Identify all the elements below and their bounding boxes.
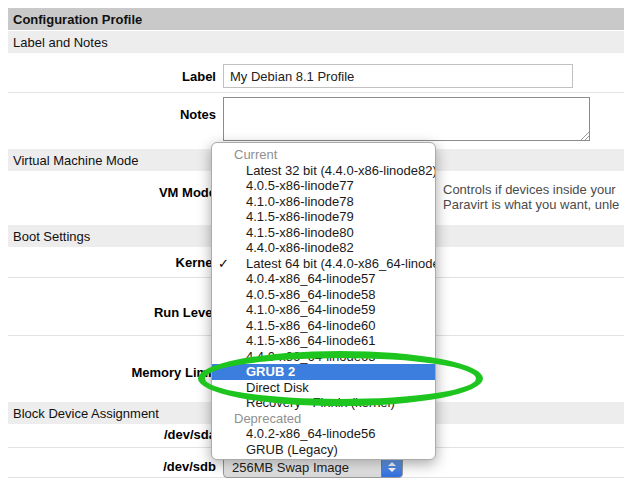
- kernel-option[interactable]: 4.4.0-x86-linode82: [212, 240, 435, 256]
- kernel-option-label: Direct Disk: [246, 380, 309, 395]
- help-line-1: Controls if devices inside your: [443, 183, 624, 198]
- kernel-option-label: 4.1.0-x86_64-linode59: [246, 302, 375, 317]
- kernel-option-label: Current: [234, 147, 277, 162]
- kernel-option-label: 4.0.5-x86-linode77: [246, 178, 354, 193]
- chevron-down-icon: [388, 468, 396, 472]
- kernel-group-label: Deprecated: [212, 411, 435, 427]
- kernel-option[interactable]: 4.0.2-x86_64-linode56: [212, 426, 435, 442]
- configuration-profile-page: Configuration Profile Label and Notes La…: [0, 0, 624, 479]
- chevron-up-icon: [388, 462, 396, 466]
- checkmark-icon: ✓: [218, 256, 242, 272]
- kernel-option[interactable]: 4.0.4-x86_64-linode57: [212, 271, 435, 287]
- sdb-select-value: 256MB Swap Image: [224, 460, 381, 475]
- kernel-option-label: GRUB 2: [246, 364, 295, 379]
- kernel-option-label: 4.1.5-x86_64-linode60: [246, 318, 375, 333]
- kernel-option-label: Latest 64 bit (4.4.0-x86_64-linode63): [246, 256, 436, 271]
- page-title-text: Configuration Profile: [13, 12, 142, 27]
- dev-sda-label: /dev/sda: [8, 427, 216, 442]
- kernel-option[interactable]: GRUB 2: [212, 364, 435, 380]
- notes-textarea[interactable]: [223, 97, 590, 141]
- section-header-text: Boot Settings: [13, 229, 90, 244]
- dev-sdb-label: /dev/sdb: [8, 459, 216, 474]
- kernel-option-label: 4.0.4-x86_64-linode57: [246, 271, 375, 286]
- kernel-option[interactable]: 4.0.5-x86_64-linode58: [212, 287, 435, 303]
- help-line-2: Paravirt is what you want, unle: [443, 198, 624, 213]
- kernel-option-label: GRUB (Legacy): [246, 442, 338, 457]
- run-level-label: Run Level: [8, 305, 216, 320]
- kernel-dropdown-menu: Current Latest 32 bit (4.4.0-x86-linode8…: [211, 142, 436, 460]
- kernel-group-label: Current: [212, 147, 435, 163]
- kernel-option-label: Deprecated: [234, 411, 301, 426]
- kernel-option[interactable]: 4.1.5-x86_64-linode60: [212, 318, 435, 334]
- kernel-option-label: 4.1.5-x86-linode80: [246, 225, 354, 240]
- label-input[interactable]: [223, 64, 573, 88]
- kernel-option[interactable]: 4.1.5-x86-linode80: [212, 225, 435, 241]
- kernel-option-label: 4.4.0-x86_64-linode63: [246, 349, 375, 364]
- kernel-option[interactable]: Recovery - Finnix (kernel): [212, 395, 435, 411]
- section-header-text: Block Device Assignment: [13, 406, 159, 421]
- kernel-option[interactable]: 4.4.0-x86_64-linode63: [212, 349, 435, 365]
- kernel-option[interactable]: ✓ Latest 64 bit (4.4.0-x86_64-linode63): [212, 256, 435, 272]
- vm-mode-label: VM Mode: [8, 185, 216, 200]
- vm-mode-help-text: Controls if devices inside your Paravirt…: [443, 183, 624, 212]
- kernel-option[interactable]: Latest 32 bit (4.4.0-x86-linode82): [212, 163, 435, 179]
- kernel-option[interactable]: 4.0.5-x86-linode77: [212, 178, 435, 194]
- page-title: Configuration Profile: [8, 8, 624, 30]
- notes-field-label: Notes: [8, 107, 216, 122]
- kernel-option-label: 4.1.5-x86-linode79: [246, 209, 354, 224]
- label-field-label: Label: [8, 69, 216, 84]
- section-header-text: Virtual Machine Mode: [13, 153, 139, 168]
- kernel-option[interactable]: 4.1.0-x86_64-linode59: [212, 302, 435, 318]
- kernel-option-label: Latest 32 bit (4.4.0-x86-linode82): [246, 163, 436, 178]
- kernel-option-label: 4.0.5-x86_64-linode58: [246, 287, 375, 302]
- kernel-option-label: 4.1.5-x86_64-linode61: [246, 333, 375, 348]
- kernel-option-label: 4.0.2-x86_64-linode56: [246, 426, 375, 441]
- kernel-option[interactable]: Direct Disk: [212, 380, 435, 396]
- section-header-text: Label and Notes: [13, 35, 108, 50]
- row-divider: [8, 92, 624, 93]
- section-header-label-and-notes: Label and Notes: [8, 31, 624, 53]
- kernel-option-label: 4.1.0-x86-linode78: [246, 194, 354, 209]
- memory-limit-label: Memory Limit: [8, 365, 216, 380]
- kernel-option[interactable]: GRUB (Legacy): [212, 442, 435, 458]
- kernel-label: Kernel: [8, 255, 216, 270]
- kernel-option[interactable]: 4.1.0-x86-linode78: [212, 194, 435, 210]
- kernel-option-label: Recovery - Finnix (kernel): [246, 395, 395, 410]
- select-arrows-icon[interactable]: [381, 457, 402, 477]
- kernel-option-label: 4.4.0-x86-linode82: [246, 240, 354, 255]
- kernel-option[interactable]: 4.1.5-x86-linode79: [212, 209, 435, 225]
- kernel-option[interactable]: 4.1.5-x86_64-linode61: [212, 333, 435, 349]
